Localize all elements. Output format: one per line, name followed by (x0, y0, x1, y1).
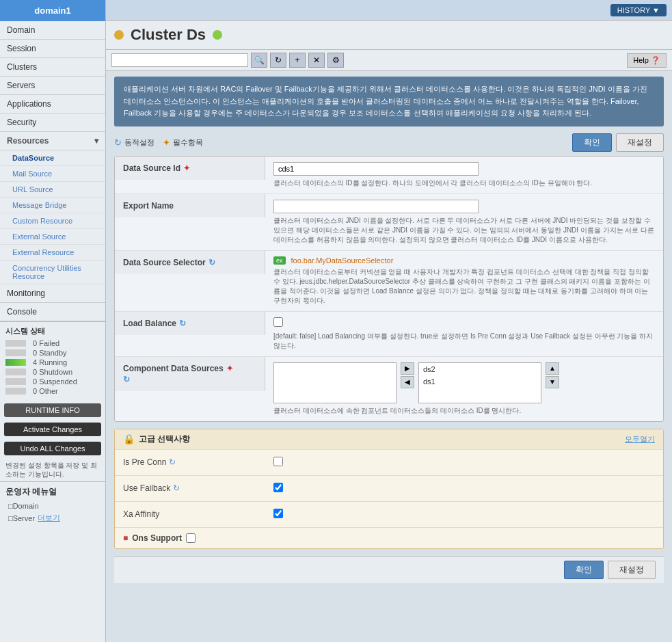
datasource-id-input[interactable] (273, 162, 479, 176)
other-status: 0 Other (33, 387, 58, 395)
section-toolbar: ↻ 동적설정 ✦ 필수항목 확인 재설정 (114, 133, 664, 152)
is-pre-conn-refresh[interactable]: ↻ (169, 457, 176, 467)
required-flag: ✦ 필수항목 (163, 137, 203, 148)
op-server-label: Server (13, 514, 35, 522)
top-bar: HISTORY ▼ (106, 0, 672, 21)
system-status: 시스템 상태 0 Failed 0 Standby 4 Running 0 Sh… (0, 321, 105, 401)
is-pre-conn-checkbox[interactable] (273, 457, 283, 466)
suspended-indicator (5, 378, 26, 385)
sidebar-item-datasource[interactable]: DataSource (0, 150, 105, 166)
top-reset-button[interactable]: 재설정 (616, 133, 664, 152)
load-balance-desc: [default: false] Load Balancing 여부를 설정한다… (273, 332, 655, 351)
is-pre-conn-row: Is Pre Conn ↻ (115, 450, 663, 476)
ds-selected-list[interactable]: ds2 ds1 (418, 362, 541, 403)
sidebar: domain1 Domain Session Clusters Servers … (0, 0, 106, 642)
page-title: Cluster Ds (131, 26, 206, 44)
use-failback-checkbox[interactable] (273, 483, 283, 492)
datasource-selector-display: ex foo.bar.MyDataSourceSelector (273, 256, 655, 265)
resources-section[interactable]: Resources ▾ (0, 132, 105, 150)
running-status: 4 Running (33, 358, 67, 366)
component-ds-row: Component Data Sources ✦ ↻ ▶ ◀ (115, 357, 663, 421)
use-failback-label: Use Failback ↻ (115, 481, 265, 496)
other-indicator (5, 388, 26, 394)
search-input[interactable] (111, 53, 248, 67)
refresh-button[interactable]: ↻ (270, 53, 286, 68)
use-failback-refresh[interactable]: ↻ (173, 483, 180, 493)
export-name-input[interactable] (273, 200, 479, 213)
sidebar-item-console[interactable]: Console (0, 303, 105, 321)
ds-add-button[interactable]: ▶ (401, 362, 414, 375)
ds-list-item-ds1[interactable]: ds1 (419, 375, 541, 388)
sidebar-item-custom-resource[interactable]: Custom Resource (0, 213, 105, 229)
use-failback-row: Use Failback ↻ (115, 476, 663, 502)
ds-down-button[interactable]: ▼ (546, 376, 559, 388)
runtime-info-button[interactable]: RUNTIME INFO (4, 403, 101, 417)
ds-up-button[interactable]: ▲ (546, 362, 559, 375)
sidebar-item-applications[interactable]: Applications (0, 95, 105, 113)
sidebar-item-session[interactable]: Session (0, 40, 105, 58)
expand-all-link[interactable]: 모두열기 (625, 434, 655, 444)
settings-button[interactable]: ⚙ (327, 53, 344, 68)
running-indicator (5, 359, 26, 366)
sidebar-item-domain[interactable]: Domain (0, 21, 105, 40)
ds-available-list[interactable] (273, 362, 397, 403)
delete-button[interactable]: ✕ (308, 53, 325, 68)
help-button[interactable]: Help ❓ (627, 53, 667, 68)
xa-affinity-checkbox[interactable] (273, 509, 283, 518)
undo-changes-button[interactable]: Undo ALL Changes (4, 442, 101, 455)
ds-transfer-buttons: ▶ ◀ (401, 362, 414, 388)
ons-support-checkbox[interactable] (186, 533, 196, 543)
activate-changes-button[interactable]: Activate Changes (4, 423, 101, 436)
ex-badge: ex (273, 256, 286, 265)
component-ds-refresh[interactable]: ↻ (123, 375, 130, 384)
datasource-id-required: ✦ (183, 163, 190, 173)
ds-list-item-ds2[interactable]: ds2 (419, 363, 541, 375)
sidebar-item-mail-source[interactable]: Mail Source (0, 166, 105, 182)
load-balance-refresh[interactable]: ↻ (179, 319, 186, 328)
ons-icon: ■ (123, 533, 128, 543)
op-more-link[interactable]: 더보기 (38, 513, 60, 523)
sidebar-item-servers[interactable]: Servers (0, 77, 105, 95)
section-flags: ↻ 동적설정 ✦ 필수항목 (114, 137, 203, 148)
search-button[interactable]: 🔍 (251, 53, 267, 68)
add-button[interactable]: + (289, 53, 306, 68)
shutdown-indicator (5, 369, 26, 375)
datasource-selector-desc: 클러스터 데이터소스로부터 커넥션을 얻을 때 사용자나 개발자가 특정 컴포넌… (273, 267, 655, 306)
toolbar: 🔍 ↻ + ✕ ⚙ Help ❓ (106, 50, 672, 71)
op-domain-label: Domain (13, 502, 39, 510)
is-pre-conn-value (265, 454, 663, 471)
ds-remove-button[interactable]: ◀ (401, 376, 414, 388)
sidebar-item-external-source[interactable]: External Source (0, 229, 105, 245)
dynamic-flag: ↻ 동적설정 (114, 137, 154, 148)
op-domain-item: □ Domain (5, 500, 100, 511)
sidebar-item-external-resource[interactable]: External Resource (0, 245, 105, 260)
page-header: Cluster Ds (106, 21, 672, 50)
advanced-icon: 🔒 (123, 433, 135, 444)
sidebar-item-monitoring[interactable]: Monitoring (0, 284, 105, 303)
load-balance-checkbox[interactable] (273, 317, 283, 327)
xa-affinity-row: Xa Affinity (115, 502, 663, 528)
bottom-reset-button[interactable]: 재설정 (608, 561, 656, 579)
sidebar-item-url-source[interactable]: URL Source (0, 182, 105, 198)
datasource-id-row: Data Source Id ✦ 클러스터 데이터소스의 ID를 설정한다. 하… (115, 157, 663, 194)
sidebar-item-clusters[interactable]: Clusters (0, 58, 105, 77)
component-ds-desc: 클러스터 데이터소스에 속한 컴포넌트 데이터소스들의 데이터소스 ID를 명시… (273, 406, 655, 416)
description-box: 애플리케이션 서버 차원에서 RAC의 Failover 및 Failback기… (114, 77, 664, 126)
sidebar-item-message-bridge[interactable]: Message Bridge (0, 198, 105, 213)
domain-logo[interactable]: domain1 (0, 0, 105, 21)
failed-indicator (5, 340, 26, 347)
sidebar-item-security[interactable]: Security (0, 113, 105, 132)
export-name-label: Export Name (115, 194, 265, 217)
history-button[interactable]: HISTORY ▼ (610, 4, 667, 16)
component-ds-required: ✦ (226, 364, 233, 373)
load-balance-label: Load Balance ↻ (115, 312, 265, 335)
shutdown-status: 0 Shutdown (33, 368, 72, 376)
datasource-selector-refresh[interactable]: ↻ (209, 258, 215, 267)
dynamic-label: 동적설정 (124, 137, 154, 148)
use-failback-value (265, 480, 663, 497)
bottom-confirm-button[interactable]: 확인 (564, 561, 604, 579)
required-icon: ✦ (163, 137, 170, 148)
sidebar-item-concurrency-resource[interactable]: Concurrency Utilities Resource (0, 260, 105, 284)
xa-affinity-value (265, 506, 663, 523)
top-confirm-button[interactable]: 확인 (572, 133, 612, 152)
